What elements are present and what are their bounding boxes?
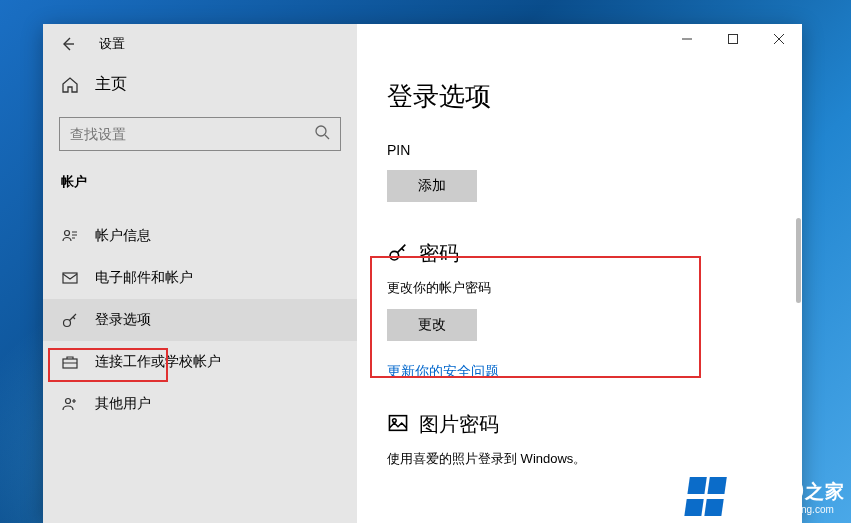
briefcase-icon — [61, 353, 79, 371]
nav-list: 帐户信息 电子邮件和帐户 登录选项 连接工作或学校帐户 — [43, 205, 357, 425]
nav-item-work-school[interactable]: 连接工作或学校帐户 — [43, 341, 357, 383]
picture-icon — [387, 412, 409, 438]
settings-window: 设置 主页 帐户 帐户信息 — [43, 24, 802, 523]
nav-item-other-users[interactable]: 其他用户 — [43, 383, 357, 425]
pin-heading: PIN — [387, 142, 772, 158]
key-icon — [387, 241, 409, 267]
section-pin: PIN 添加 — [387, 142, 772, 202]
maximize-button[interactable] — [710, 24, 756, 54]
category-label: 帐户 — [43, 169, 357, 205]
nav-item-signin-options[interactable]: 登录选项 — [43, 299, 357, 341]
section-password: 密码 更改你的帐户密码 更改 — [387, 240, 772, 341]
search-box[interactable] — [59, 117, 341, 151]
nav-item-email[interactable]: 电子邮件和帐户 — [43, 257, 357, 299]
svg-point-7 — [390, 251, 399, 260]
nav-item-account-info[interactable]: 帐户信息 — [43, 215, 357, 257]
page-title: 登录选项 — [387, 79, 772, 114]
scrollbar-thumb[interactable] — [796, 218, 801, 303]
titlebar: 设置 — [43, 24, 357, 64]
window-controls — [664, 24, 802, 54]
svg-rect-6 — [729, 35, 738, 44]
key-icon — [61, 311, 79, 329]
nav-item-label: 连接工作或学校帐户 — [95, 353, 221, 371]
svg-rect-2 — [63, 273, 77, 283]
search-input[interactable] — [70, 126, 314, 142]
back-button[interactable] — [59, 35, 77, 53]
nav-item-label: 其他用户 — [95, 395, 151, 413]
minimize-button[interactable] — [664, 24, 710, 54]
nav-home-label: 主页 — [95, 74, 127, 95]
close-button[interactable] — [756, 24, 802, 54]
svg-point-5 — [66, 399, 71, 404]
home-icon — [61, 76, 79, 94]
users-icon — [61, 395, 79, 413]
svg-point-9 — [393, 418, 397, 422]
mail-icon — [61, 269, 79, 287]
password-heading: 密码 — [419, 240, 459, 267]
pin-add-button[interactable]: 添加 — [387, 170, 477, 202]
user-card-icon — [61, 227, 79, 245]
update-security-questions-link[interactable]: 更新你的安全问题 — [387, 363, 772, 381]
picture-password-heading: 图片密码 — [419, 411, 499, 438]
nav-item-label: 登录选项 — [95, 311, 151, 329]
section-picture-password: 图片密码 使用喜爱的照片登录到 Windows。 — [387, 411, 772, 468]
nav-item-label: 帐户信息 — [95, 227, 151, 245]
scrollbar[interactable] — [788, 68, 802, 523]
nav-home[interactable]: 主页 — [43, 64, 357, 105]
content-area: 登录选项 PIN 添加 密码 更改你的帐户密码 更改 更新你的安全问题 图片密码 — [357, 24, 802, 523]
nav-item-label: 电子邮件和帐户 — [95, 269, 193, 287]
svg-rect-8 — [389, 415, 406, 430]
svg-point-0 — [316, 126, 326, 136]
search-icon — [314, 124, 330, 144]
svg-point-3 — [64, 320, 71, 327]
password-desc: 更改你的帐户密码 — [387, 279, 772, 297]
watermark-suffix: 之家 — [805, 481, 845, 502]
picture-password-desc: 使用喜爱的照片登录到 Windows。 — [387, 450, 772, 468]
window-title: 设置 — [99, 35, 125, 53]
sidebar: 设置 主页 帐户 帐户信息 — [43, 24, 357, 523]
svg-point-1 — [65, 231, 70, 236]
password-change-button[interactable]: 更改 — [387, 309, 477, 341]
